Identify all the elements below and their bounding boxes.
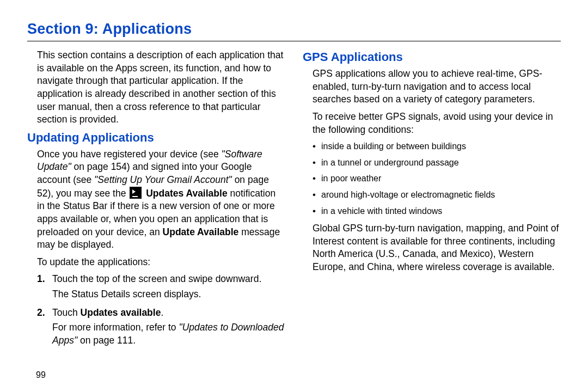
heading-gps-applications: GPS Applications — [303, 50, 561, 64]
step-text: Touch the top of the screen and swipe do… — [52, 273, 261, 284]
page-number: 99 — [36, 370, 46, 380]
list-item: in poor weather — [313, 173, 561, 185]
text-fragment: For more information, refer to — [52, 322, 179, 333]
step-number: 2. — [37, 307, 45, 320]
bold-update-available: Update Available — [163, 226, 239, 237]
two-column-layout: This section contains a description of e… — [27, 49, 561, 353]
gps-paragraph-3: Global GPS turn-by-turn navigation, mapp… — [303, 222, 561, 274]
list-item: around high-voltage or electromagnetic f… — [313, 189, 561, 201]
bold-updates-available: Updates Available — [143, 188, 227, 199]
updates-available-icon — [130, 187, 142, 199]
list-item: 2. Touch Updates available. For more inf… — [37, 307, 285, 347]
list-item: in a tunnel or underground passage — [313, 157, 561, 169]
text-fragment: on page 111. — [77, 335, 136, 346]
text-fragment: Touch — [52, 307, 81, 318]
text-fragment: Once you have registered your device (se… — [37, 149, 222, 160]
step-subtext: The Status Details screen displays. — [52, 288, 285, 301]
gps-conditions-list: inside a building or between buildings i… — [303, 140, 561, 217]
step-subtext: For more information, refer to "Updates … — [52, 321, 285, 347]
heading-updating-applications: Updating Applications — [27, 131, 285, 145]
step-text: Touch Updates available. — [52, 307, 163, 318]
intro-paragraph: This section contains a description of e… — [27, 49, 285, 126]
right-column: GPS Applications GPS applications allow … — [303, 49, 561, 353]
left-column: This section contains a description of e… — [27, 49, 285, 353]
section-title: Section 9: Applications — [27, 21, 561, 38]
text-fragment: . — [161, 307, 163, 318]
to-update-lead: To update the applications: — [27, 256, 285, 269]
step-number: 1. — [37, 273, 45, 286]
title-divider — [27, 41, 561, 41]
cross-ref-gmail-account: "Setting Up Your Gmail Account" — [94, 174, 232, 185]
bold-updates-available-link: Updates available — [81, 307, 161, 318]
gps-paragraph-1: GPS applications allow you to achieve re… — [303, 68, 561, 106]
list-item: inside a building or between buildings — [313, 140, 561, 152]
gps-paragraph-2: To receive better GPS signals, avoid usi… — [303, 111, 561, 136]
list-item: in a vehicle with tinted windows — [313, 205, 561, 217]
update-steps-list: 1. Touch the top of the screen and swipe… — [27, 273, 285, 347]
list-item: 1. Touch the top of the screen and swipe… — [37, 273, 285, 301]
updating-paragraph: Once you have registered your device (se… — [27, 148, 285, 252]
